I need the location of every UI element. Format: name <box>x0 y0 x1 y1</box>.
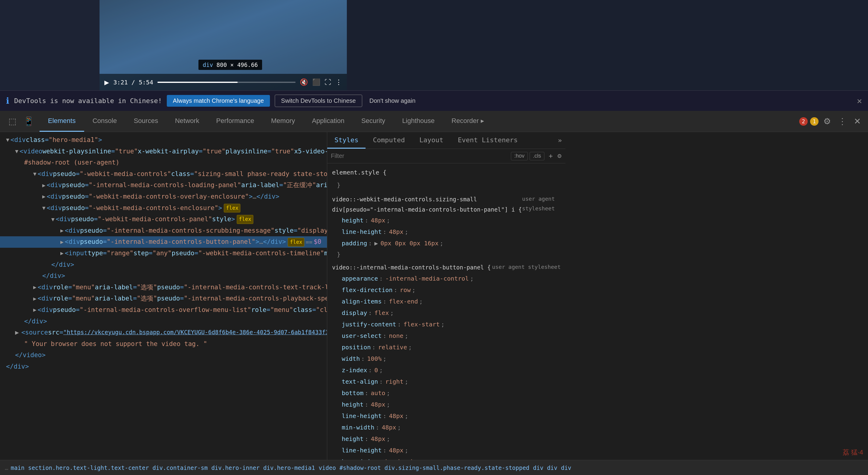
tab-memory[interactable]: Memory <box>263 111 303 132</box>
expand-arrow[interactable]: ▼ <box>51 215 55 224</box>
tab-styles[interactable]: Styles <box>327 132 366 148</box>
html-line[interactable]: ▼ <div pseudo="-webkit-media-controls-en… <box>0 203 327 214</box>
style-prop-flex-dir: flex-direction: row; <box>332 284 561 296</box>
style-prop-appearance: appearance: -internal-media-control; <box>332 273 561 284</box>
warning-badge: 1 <box>810 117 818 126</box>
style-rule-1: video::-webkit-media-controls.sizing-sma… <box>327 193 565 261</box>
html-line[interactable]: </div> <box>0 270 327 282</box>
tab-layout[interactable]: Layout <box>412 132 450 148</box>
browser-preview-area: ▶ 3:21 / 5:54 🔇 ⬛ ⛶ ⋮ div 800 × 496.66 <box>0 0 868 91</box>
style-prop-position: position: relative; <box>332 341 561 353</box>
close-devtools-button[interactable]: ✕ <box>851 115 863 128</box>
rule2-source: user agent stylesheet <box>492 262 561 272</box>
html-line[interactable]: " Your browser does not support the vide… <box>0 338 327 350</box>
tab-console[interactable]: Console <box>84 111 125 132</box>
style-rule-2-selector: video::-internal-media-controls-button-p… <box>332 262 561 272</box>
html-line[interactable]: ▶ <div pseudo="-webkit-media-controls-ov… <box>0 191 327 203</box>
breadcrumb-item-shadow[interactable]: #shadow-root <box>340 465 381 471</box>
breadcrumb-item-div-sizing[interactable]: div.sizing-small.phase-ready.state-stopp… <box>384 465 529 471</box>
html-line[interactable]: ▼ <div pseudo="-webkit-media-controls-pa… <box>0 214 327 225</box>
breadcrumb-item-div-2[interactable]: div <box>547 465 557 471</box>
new-rule-button[interactable]: ⚙ <box>557 152 562 160</box>
tab-recorder[interactable]: Recorder ▸ <box>443 111 493 132</box>
html-line[interactable]: ▶ <div role="menu" aria-label="选项" pseud… <box>0 282 327 293</box>
breadcrumb-item-hero-inner[interactable]: div.hero-inner <box>211 465 260 471</box>
breadcrumb-item-section[interactable]: section.hero.text-light.text-center <box>28 465 149 471</box>
html-line[interactable]: </div> <box>0 316 327 327</box>
breadcrumb-bar: … main section.hero.text-light.text-cent… <box>0 460 868 475</box>
html-line[interactable]: ▼ <div class="hero-media1"> <box>0 134 327 146</box>
expand-arrow[interactable]: ▶ <box>60 226 64 235</box>
tab-lighthouse[interactable]: Lighthouse <box>394 111 443 132</box>
style-prop-height-1: height: 48px; <box>332 214 561 226</box>
app-sidebar-left <box>0 0 99 91</box>
expand-arrow[interactable]: ▶ <box>60 238 64 246</box>
element-style-selector: element.style { <box>332 167 561 178</box>
html-line[interactable]: ▶ <div role="menu" aria-label="选项" pseud… <box>0 293 327 304</box>
tab-application[interactable]: Application <box>303 111 353 132</box>
html-line[interactable]: ▶ <div pseudo="-internal-media-controls-… <box>0 180 327 191</box>
style-prop-text-align: text-align: right; <box>332 376 561 387</box>
cls-button[interactable]: .cls <box>530 152 545 160</box>
breadcrumb-item-hero-media[interactable]: div.hero-media1 <box>263 465 315 471</box>
notification-text: DevTools is now available in Chinese! <box>14 97 162 105</box>
app-right-panel <box>348 0 868 91</box>
html-line[interactable]: ▶ <div pseudo="-internal-media-controls-… <box>0 304 327 316</box>
breadcrumb-item-main[interactable]: main <box>10 465 25 471</box>
tab-sources[interactable]: Sources <box>125 111 166 132</box>
style-prop-box-sizing: box-sizing: border-box; <box>332 456 561 460</box>
expand-arrow[interactable]: ▶ <box>42 181 45 190</box>
time-display: 3:21 / 5:54 <box>114 79 153 86</box>
html-line[interactable]: ▼ <div pseudo="-webkit-media-controls" c… <box>0 168 327 180</box>
tab-network[interactable]: Network <box>166 111 208 132</box>
expand-arrow[interactable]: ▼ <box>33 170 36 178</box>
expand-arrow[interactable]: ▼ <box>15 147 19 156</box>
devtools-tabs-bar: ⬚ 📱 Elements Console Sources Network Per… <box>0 111 868 132</box>
expand-arrow[interactable]: ▼ <box>6 136 9 144</box>
more-tools-button[interactable]: ⋮ <box>836 115 849 128</box>
device-toolbar-button[interactable]: 📱 <box>21 115 36 128</box>
close-notification-icon[interactable]: ✕ <box>857 96 862 106</box>
switch-language-button[interactable]: Switch DevTools to Chinese <box>275 95 362 107</box>
html-line[interactable]: ▶ <input type="range" step="any" pseudo=… <box>0 248 327 259</box>
html-line[interactable]: </div> <box>0 361 327 373</box>
breadcrumb-item-div-1[interactable]: div <box>533 465 543 471</box>
expand-arrow[interactable]: ▼ <box>42 204 45 212</box>
expand-arrow[interactable]: ▶ <box>60 249 64 258</box>
style-prop-height-3: height: 48px; <box>332 433 561 445</box>
breadcrumb-item-container[interactable]: div.container-sm <box>153 465 208 471</box>
progress-bar <box>157 82 296 83</box>
more-icon: ⋮ <box>335 78 342 86</box>
tab-elements[interactable]: Elements <box>39 111 84 132</box>
html-line[interactable]: ▶ <div pseudo="-internal-media-controls-… <box>0 225 327 237</box>
style-prop-min-width: min-width: 48px; <box>332 422 561 433</box>
breadcrumb-item-div-3[interactable]: div <box>561 465 571 471</box>
element-style-close: } <box>332 178 561 192</box>
hov-button[interactable]: :hov <box>511 152 528 160</box>
style-prop-padding-1: padding: ▶ 0px 0px 0px 16px; <box>332 238 561 249</box>
html-line[interactable]: </video> <box>0 350 327 361</box>
tab-computed[interactable]: Computed <box>366 132 412 148</box>
html-line-source[interactable]: ▶ <source src= "https://vkceyugu.cdn.bsp… <box>0 327 327 338</box>
inspect-element-button[interactable]: ⬚ <box>6 115 19 128</box>
html-line-selected[interactable]: ▶ <div pseudo="-internal-media-controls-… <box>0 236 327 248</box>
expand-arrow[interactable]: ▶ <box>42 192 45 201</box>
styles-tab-chevron[interactable]: » <box>554 132 565 148</box>
settings-button[interactable]: ⚙ <box>821 115 833 128</box>
match-language-button[interactable]: Always match Chrome's language <box>167 95 270 107</box>
style-prop-line-height-2: line-height: 48px; <box>332 410 561 422</box>
dismiss-button[interactable]: Don't show again <box>369 97 415 104</box>
tab-event-listeners[interactable]: Event Listeners <box>451 132 525 148</box>
add-style-button[interactable]: + <box>549 152 553 160</box>
tab-security[interactable]: Security <box>353 111 394 132</box>
video-controls-bar: ▶ 3:21 / 5:54 🔇 ⬛ ⛶ ⋮ <box>99 74 347 91</box>
tooltip-tag: div <box>203 62 213 68</box>
breadcrumb-item-video[interactable]: video <box>318 465 336 471</box>
tab-performance[interactable]: Performance <box>208 111 263 132</box>
styles-filter-input[interactable] <box>331 152 508 160</box>
html-line[interactable]: </div> <box>0 259 327 271</box>
styles-tabs-bar: Styles Computed Layout Event Listeners » <box>327 132 565 149</box>
notification-bar: ℹ DevTools is now available in Chinese! … <box>0 91 868 111</box>
html-line[interactable]: ▼ <video webkit-playsinline="true" x-web… <box>0 146 327 157</box>
html-line[interactable]: #shadow-root (user-agent) <box>0 157 327 168</box>
